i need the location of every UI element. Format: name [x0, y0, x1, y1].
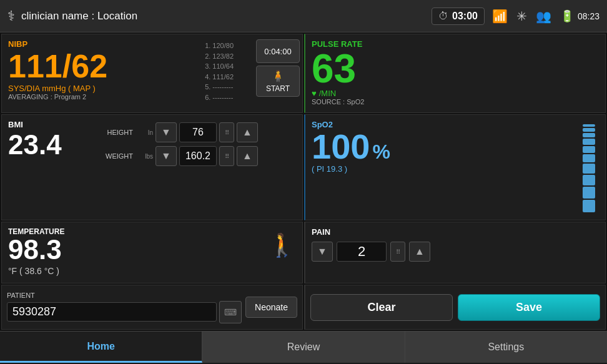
pain-grid-button[interactable] — [390, 242, 405, 262]
height-unit: In — [136, 129, 153, 136]
patient-id-row: 5930287 ⌨ — [7, 301, 242, 323]
patient-panel: PATIENT 5930287 ⌨ Neonate — [1, 285, 303, 330]
pain-panel: PAIN 2 — [304, 222, 606, 283]
patient-id-display: 5930287 — [7, 302, 217, 322]
nibp-timer-button[interactable]: 0:04:00 — [256, 39, 300, 63]
action-panel: Clear Save — [304, 285, 606, 330]
patient-keyboard-button[interactable]: ⌨ — [219, 301, 242, 323]
nibp-hist-5: 5. --------- — [205, 82, 234, 92]
bmi-panel: BMI 23.4 HEIGHT In 76 WEIGHT lbs 160.2 — [1, 114, 303, 220]
tab-review[interactable]: Review — [202, 332, 405, 363]
tab-home-label: Home — [87, 341, 114, 352]
height-label: HEIGHT — [96, 129, 133, 136]
person-icon: 🚶 — [268, 232, 296, 258]
chevron-up-icon — [242, 127, 252, 138]
nibp-hist-1: 1. 120/80 — [205, 41, 234, 51]
nibp-label: NIBP — [8, 39, 296, 49]
tab-settings-label: Settings — [488, 342, 524, 353]
chevron-down-icon — [161, 150, 171, 162]
pulse-source: SOURCE : SpO2 — [312, 98, 599, 106]
spo2-bar-segment — [583, 187, 595, 199]
main-content: NIBP 111/62 SYS/DIA mmHg ( MAP ) AVERAGI… — [0, 32, 607, 331]
patient-label: PATIENT — [7, 292, 242, 299]
nibp-history: 1. 120/80 2. 123/82 3. 110/64 4. 111/62 … — [205, 41, 234, 102]
weight-grid-button[interactable] — [219, 146, 234, 166]
spo2-percent: % — [372, 142, 390, 162]
spo2-bar-segment — [583, 164, 595, 174]
header-title: clinician name : Location — [21, 10, 432, 22]
tab-home[interactable]: Home — [0, 332, 202, 363]
clear-button[interactable]: Clear — [310, 294, 453, 321]
spo2-value: 100 — [312, 129, 370, 164]
nibp-start-label: START — [266, 84, 290, 93]
logo-icon: ⚕ — [7, 8, 15, 24]
tab-review-label: Review — [287, 342, 320, 353]
height-value: 76 — [179, 122, 217, 142]
nibp-averaging: AVERAGING : Program 2 — [8, 93, 296, 101]
temp-value: 98.3 — [8, 236, 268, 263]
loader-icon: ✳ — [516, 9, 527, 24]
bmi-label: BMI — [8, 120, 96, 129]
pain-up-button[interactable] — [409, 242, 430, 262]
spo2-bar-segment — [583, 128, 595, 132]
battery-icon: 🔋 — [560, 9, 574, 23]
battery-widget: 🔋 08:23 — [560, 9, 600, 23]
heart-icon: ♥ — [312, 89, 317, 98]
weight-row: WEIGHT lbs 160.2 — [96, 146, 296, 166]
nibp-start-button[interactable]: 🧍 START — [256, 66, 300, 97]
pain-label: PAIN — [312, 227, 599, 237]
bmi-value: 23.4 — [8, 129, 96, 160]
chevron-up-icon — [415, 246, 425, 257]
spo2-bar-segment — [583, 200, 595, 212]
patient-id-area: PATIENT 5930287 ⌨ — [7, 292, 242, 323]
save-button[interactable]: Save — [458, 294, 600, 321]
temp-unit: °F ( 38.6 °C ) — [8, 266, 268, 276]
height-down-button[interactable] — [155, 122, 177, 142]
spo2-panel: SpO2 100 % ( PI 19.3 ) — [304, 114, 606, 220]
nibp-hist-3: 3. 110/64 — [205, 61, 234, 72]
neonate-button[interactable]: Neonate — [245, 297, 297, 318]
weight-up-button[interactable] — [237, 146, 258, 166]
grid-icon — [225, 129, 229, 136]
pulse-panel: PULSE RATE 63 ♥ /MIN SOURCE : SpO2 — [304, 34, 606, 113]
spo2-bar-segment — [583, 139, 595, 145]
nibp-panel: NIBP 111/62 SYS/DIA mmHg ( MAP ) AVERAGI… — [1, 34, 303, 113]
keyboard-icon: ⌨ — [224, 307, 237, 317]
weight-down-button[interactable] — [155, 146, 177, 166]
height-up-button[interactable] — [237, 122, 258, 142]
footer-tabs: Home Review Settings — [0, 331, 607, 363]
people-icon: 👥 — [536, 9, 551, 24]
height-row: HEIGHT In 76 — [96, 122, 296, 142]
clock-widget: ⏱ 03:00 — [432, 7, 485, 25]
chevron-down-icon — [317, 246, 327, 257]
weight-label: WEIGHT — [96, 152, 133, 160]
weight-value: 160.2 — [179, 146, 217, 166]
nibp-hist-2: 2. 123/82 — [205, 51, 234, 62]
spo2-bar-segment — [583, 146, 595, 153]
temp-left: TEMPERATURE 98.3 °F ( 38.6 °C ) — [8, 227, 268, 276]
nibp-hist-4: 4. 111/62 — [205, 72, 234, 82]
spo2-bar-segment — [583, 154, 595, 162]
grid-icon — [396, 248, 400, 255]
nibp-controls: 0:04:00 🧍 START — [256, 39, 300, 97]
pulse-unit-text: /MIN — [319, 89, 336, 98]
signal-icon: 📶 — [492, 9, 508, 24]
pain-value: 2 — [337, 242, 387, 262]
clock-icon: ⏱ — [438, 11, 448, 22]
tab-settings[interactable]: Settings — [405, 332, 607, 363]
weight-unit: lbs — [136, 153, 153, 160]
nibp-value: 111/62 — [8, 50, 296, 82]
spo2-bar — [580, 120, 599, 215]
temperature-panel: TEMPERATURE 98.3 °F ( 38.6 °C ) 🚶 — [1, 222, 303, 283]
nibp-unit: SYS/DIA mmHg ( MAP ) — [8, 84, 296, 93]
bmi-right: HEIGHT In 76 WEIGHT lbs 160.2 — [96, 120, 296, 215]
header-icons: 📶 ✳ 👥 🔋 08:23 — [492, 9, 600, 24]
height-grid-button[interactable] — [219, 122, 234, 142]
pain-down-button[interactable] — [312, 242, 333, 262]
chevron-up-icon — [242, 150, 252, 162]
grid-icon — [225, 153, 229, 160]
bmi-left: BMI 23.4 — [8, 120, 96, 215]
pulse-value: 63 — [312, 49, 599, 89]
pain-controls: 2 — [312, 242, 599, 262]
spo2-bar-segment — [583, 133, 595, 137]
